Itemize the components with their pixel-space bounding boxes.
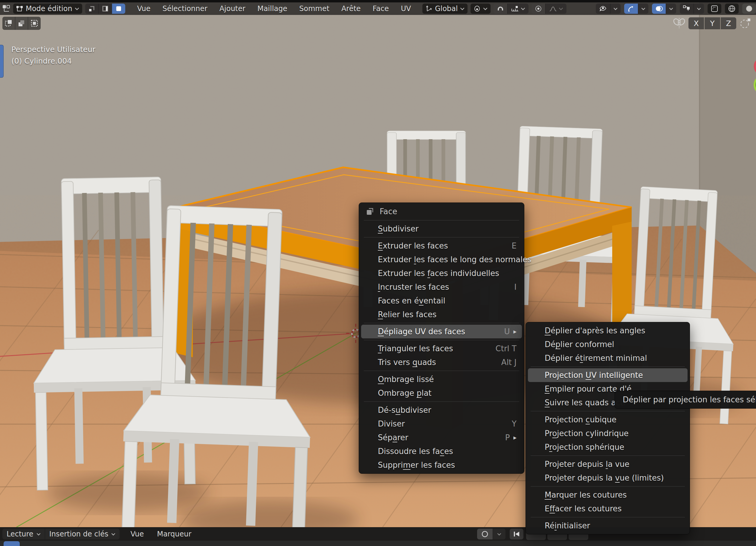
menu-item-shortcut: Ctrl T bbox=[496, 344, 517, 353]
snap-increment-icon bbox=[511, 5, 519, 12]
mirror-y-button[interactable]: Y bbox=[705, 17, 720, 29]
mirror-x-button[interactable]: X bbox=[688, 17, 704, 29]
menu-item[interactable]: Dépliage UV des facesU▸ bbox=[361, 325, 522, 338]
visibility-eye-button[interactable] bbox=[596, 4, 610, 14]
timeline-menus: VueMarqueur bbox=[130, 530, 191, 538]
box-select-set-button[interactable] bbox=[2, 17, 15, 30]
keying-set-dropdown[interactable] bbox=[493, 529, 505, 539]
menu-item[interactable]: Dé-subdiviser bbox=[361, 403, 522, 417]
keying-set-button[interactable] bbox=[477, 529, 493, 539]
topbar-menu-vue[interactable]: Vue bbox=[137, 4, 151, 13]
menu-item[interactable]: DiviserY bbox=[361, 417, 522, 431]
transform-orientation-dropdown[interactable]: Global bbox=[422, 4, 468, 14]
shading-solid-button[interactable] bbox=[742, 4, 756, 14]
menu-item[interactable]: Réinitialiser bbox=[528, 519, 688, 533]
shading-wireframe-button[interactable] bbox=[708, 4, 721, 14]
menu-item[interactable]: Ombrage plat bbox=[361, 386, 522, 400]
menu-item[interactable]: Projection cylindrique bbox=[528, 426, 688, 440]
menu-item[interactable]: Tris vers quadsAlt J bbox=[361, 355, 522, 369]
menu-item[interactable]: Supprimer les faces bbox=[361, 458, 522, 472]
menu-item[interactable]: Relier les faces bbox=[361, 308, 522, 321]
options-dashed-circle-icon[interactable] bbox=[739, 17, 752, 29]
menu-item-label: Relier les faces bbox=[378, 310, 517, 319]
overlays-toggle-button[interactable] bbox=[652, 4, 666, 14]
xray-dropdown[interactable] bbox=[694, 4, 704, 14]
menu-item-label: Effacer les coutures bbox=[545, 504, 682, 513]
menu-item[interactable]: Incruster les facesI bbox=[361, 280, 522, 294]
overlays-dropdown[interactable] bbox=[666, 4, 676, 14]
active-tool-button[interactable] bbox=[0, 45, 4, 78]
menu-item[interactable]: Faces en éventail bbox=[361, 294, 522, 308]
menu-item[interactable]: Extruder les faces le long des normales bbox=[361, 253, 522, 267]
menu-item[interactable]: Subdiviser bbox=[361, 222, 522, 236]
mode-dropdown[interactable]: Mode édition bbox=[13, 4, 82, 14]
mirror-z-button[interactable]: Z bbox=[721, 17, 736, 29]
menu-item[interactable]: Marquer les coutures bbox=[528, 488, 688, 502]
topbar-menu-selectionner[interactable]: Sélectionner bbox=[162, 4, 207, 13]
eye-icon bbox=[599, 5, 607, 12]
timeline-menu-marqueur[interactable]: Marqueur bbox=[157, 530, 191, 538]
menu-item[interactable]: Extruder les faces individuelles bbox=[361, 267, 522, 280]
xray-toggle-button[interactable] bbox=[680, 4, 694, 14]
face-icon bbox=[366, 207, 375, 216]
timeline-playhead[interactable] bbox=[4, 541, 20, 546]
menu-item[interactable]: Effacer les coutures bbox=[528, 502, 688, 516]
gizmos-dropdown[interactable] bbox=[638, 4, 648, 14]
xray-group bbox=[680, 4, 704, 14]
viewport-header: Mode édition VueSélectionnerAjouterMaill… bbox=[0, 2, 756, 15]
visibility-dropdown[interactable] bbox=[610, 4, 621, 14]
vertex-select-button[interactable] bbox=[85, 4, 98, 14]
menu-item[interactable]: SéparerP▸ bbox=[361, 431, 522, 444]
menu-item[interactable]: Déplier conformel bbox=[528, 337, 688, 351]
topbar-menu-sommet[interactable]: Sommet bbox=[299, 4, 329, 13]
editor-type-icon[interactable] bbox=[2, 5, 10, 13]
orientation-label: Global bbox=[435, 4, 458, 13]
timeline-track-area[interactable] bbox=[0, 541, 756, 546]
topbar-menu-arete[interactable]: Arête bbox=[341, 4, 361, 13]
falloff-dropdown[interactable] bbox=[545, 4, 566, 14]
menu-item[interactable]: Projection sphérique bbox=[528, 440, 688, 454]
playback-dropdown[interactable]: Lecture bbox=[2, 529, 45, 539]
box-select-extend-button[interactable] bbox=[15, 17, 28, 30]
face-context-menu: Face SubdiviserExtruder les facesEExtrud… bbox=[359, 203, 524, 474]
gizmo-arc-arrow-icon bbox=[627, 5, 635, 12]
tooltip-text: Déplier par projection les faces sélecti… bbox=[623, 395, 756, 404]
timeline-menu-vue[interactable]: Vue bbox=[130, 530, 144, 538]
topbar-menu-maillage[interactable]: Maillage bbox=[257, 4, 287, 13]
topbar-menu-ajouter[interactable]: Ajouter bbox=[219, 4, 245, 13]
topbar-menu-uv[interactable]: UV bbox=[401, 4, 411, 13]
active-object-name: (0) Cylindre.004 bbox=[11, 55, 95, 67]
window-top-strip bbox=[0, 0, 756, 2]
proportional-toggle-button[interactable] bbox=[532, 4, 545, 14]
tooltip: Déplier par projection les faces sélecti… bbox=[615, 391, 756, 409]
menu-item[interactable]: Déplier d'après les angles bbox=[528, 324, 688, 337]
pivot-point-dropdown[interactable] bbox=[471, 4, 491, 14]
edge-select-button[interactable] bbox=[98, 4, 112, 14]
chevron-down-icon bbox=[36, 533, 41, 536]
snap-target-dropdown[interactable] bbox=[507, 4, 529, 14]
menu-separator bbox=[364, 340, 519, 340]
snap-toggle-button[interactable] bbox=[494, 4, 507, 14]
menu-item[interactable]: Projeter depuis la vue bbox=[528, 457, 688, 471]
box-select-subtract-button[interactable] bbox=[28, 17, 41, 30]
face-select-button[interactable] bbox=[112, 4, 125, 14]
menu-item[interactable]: Dissoudre les faces bbox=[361, 444, 522, 458]
menu-item-label: Extruder les faces bbox=[378, 241, 503, 250]
jump-to-start-button[interactable] bbox=[510, 529, 523, 539]
menu-item-label: Projection cubique bbox=[545, 415, 682, 424]
menu-item[interactable]: Extruder les facesE bbox=[361, 239, 522, 253]
menu-item[interactable]: Projection UV intelligente bbox=[528, 368, 688, 382]
keying-label: Insertion de clés bbox=[49, 530, 109, 538]
menu-item[interactable]: Projeter depuis la vue (limites) bbox=[528, 471, 688, 485]
edit-mode-icon bbox=[16, 5, 23, 12]
menu-item[interactable]: Déplier étirement minimal bbox=[528, 351, 688, 365]
menu-item[interactable]: Projection cubique bbox=[528, 413, 688, 426]
menu-item[interactable]: Ombrage lissé bbox=[361, 372, 522, 386]
shading-material-button[interactable] bbox=[725, 4, 739, 14]
gizmos-toggle-button[interactable] bbox=[624, 4, 638, 14]
keying-dropdown[interactable]: Insertion de clés bbox=[45, 529, 120, 539]
topbar-menu-face[interactable]: Face bbox=[373, 4, 389, 13]
menu-item[interactable]: Trianguler les facesCtrl T bbox=[361, 342, 522, 355]
submenu-arrow-icon: ▸ bbox=[513, 434, 517, 441]
menu-item-label: Dé-subdiviser bbox=[378, 406, 517, 414]
